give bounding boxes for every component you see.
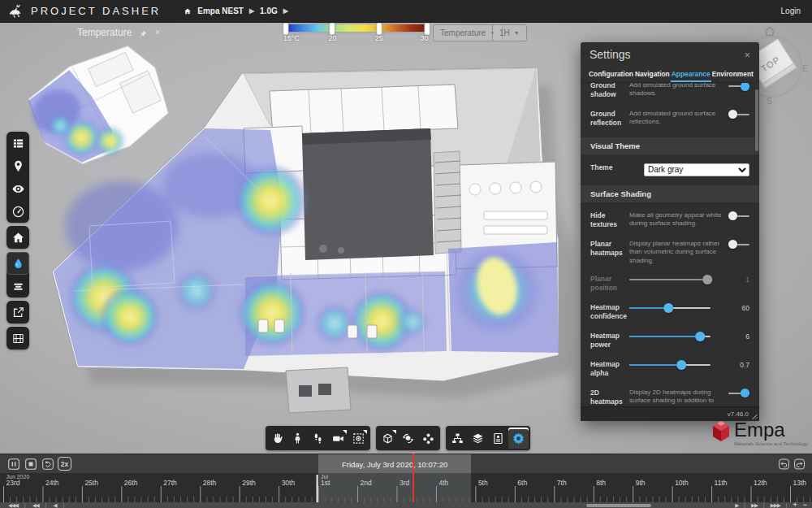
svg-text:24th: 24th (45, 479, 59, 487)
visibility-eye-button[interactable] (6, 177, 29, 200)
hide-textures-toggle[interactable] (728, 211, 749, 221)
2d-heatmap-overlay (19, 35, 181, 180)
data-list-button[interactable] (6, 132, 29, 154)
first-person-button[interactable] (287, 428, 308, 449)
heatmap-alpha-slider[interactable] (629, 360, 710, 370)
home-view-button[interactable] (6, 226, 29, 249)
pause-button[interactable] (6, 457, 20, 471)
storyboard-film-button[interactable] (6, 327, 29, 350)
planar-position-value: 1 (730, 276, 749, 284)
zoom-in-button[interactable]: + (793, 502, 797, 508)
heatmap-alpha-value: 0.7 (730, 361, 749, 369)
location-pin-button[interactable] (6, 154, 29, 177)
properties-panel-button[interactable] (488, 428, 508, 449)
breadcrumb-root[interactable]: Empa NEST (197, 7, 244, 15)
breadcrumb-level[interactable]: 1.0G (260, 7, 278, 15)
ground-shadow-toggle[interactable] (728, 83, 749, 91)
toolbar-group (6, 252, 29, 297)
model-hierarchy-button[interactable] (447, 428, 468, 449)
3d-viewport[interactable]: Temperature × 15°C 20 25 30 Temperatu (0, 23, 812, 454)
setting-control (728, 83, 749, 91)
theme-select[interactable]: Dark gray (644, 163, 749, 176)
dashboard-gauge-button[interactable] (6, 200, 29, 223)
spaces-pods-button[interactable] (418, 428, 438, 449)
storyboard-film-icon (11, 332, 25, 345)
setting-control: 60 (629, 303, 749, 313)
svg-text:12th: 12th (754, 479, 767, 487)
tab-environment[interactable]: Environment (711, 68, 754, 82)
current-time-display[interactable]: Friday, July 3rd 2020, 10:07:20 (318, 454, 471, 474)
walk-footprints-button[interactable] (308, 428, 328, 449)
loop-button[interactable] (41, 457, 54, 471)
close-overlay-icon[interactable]: × (154, 28, 160, 37)
share-export-button[interactable] (6, 301, 29, 323)
settings-gear-button[interactable] (508, 428, 529, 449)
scale-handle-min[interactable] (283, 23, 289, 35)
planar-position-slider[interactable] (629, 275, 710, 284)
timeline-ticks[interactable]: 23rd24th25th26th27th28th29th30th1st2nd3r… (0, 473, 812, 502)
breadcrumb: Empa NEST ▶ 1.0G ▶ (184, 7, 288, 15)
interval-dropdown-value: 1H (499, 28, 510, 37)
scrollbar-thumb[interactable] (755, 89, 758, 151)
skip-forward-3[interactable]: ▶▶▶ (771, 502, 780, 508)
settings-footer: v7.46.0 (581, 406, 759, 421)
setting-control: 0.7 (629, 360, 749, 370)
setting-description: Add simulated ground surface shadows. (629, 83, 728, 98)
pin-icon[interactable] (138, 28, 148, 37)
home-icon (184, 7, 192, 15)
svg-text:30th: 30th (282, 479, 296, 487)
scale-handle-25[interactable] (376, 23, 382, 35)
layers-stack-button[interactable] (468, 428, 488, 449)
settings-panel: Settings × ConfigurationNavigationAppear… (581, 42, 759, 421)
2d-heatmaps-toggle[interactable] (728, 389, 749, 398)
scale-handle-max[interactable] (425, 23, 430, 35)
timeline-scrollbar[interactable] (586, 504, 651, 507)
skip-back-1[interactable]: ◀◀◀ (8, 502, 18, 508)
login-link[interactable]: Login (781, 7, 801, 15)
heatmap-confidence-value: 60 (730, 304, 749, 312)
zoom-marquee-button[interactable] (348, 428, 369, 449)
free-orbit-button[interactable] (398, 428, 418, 449)
toolbar-group (266, 426, 370, 450)
skip-forward-1[interactable]: ▶ (735, 502, 738, 508)
planar-heatmaps-toggle[interactable] (728, 240, 749, 250)
svg-text:28th: 28th (203, 479, 217, 487)
skip-back-3[interactable]: ◀ (53, 502, 56, 508)
setting-label: Ground shadow (590, 83, 629, 100)
zoom-out-button[interactable]: − (803, 502, 807, 508)
setting-row-hide-textures: Hide texturesMake all geometry appear wh… (581, 206, 759, 235)
tab-configuration[interactable]: Configuration (588, 68, 634, 82)
setting-row-theme: ThemeDark gray (581, 158, 759, 181)
setting-label: Heatmap confidence (590, 303, 629, 322)
scale-handle-20[interactable] (330, 23, 335, 35)
tab-navigation[interactable]: Navigation (634, 68, 671, 82)
tab-appearance[interactable]: Appearance (671, 68, 711, 82)
ground-reflection-toggle[interactable] (728, 110, 749, 119)
setting-row-planar-position: Planar position1 (581, 270, 759, 298)
location-pin-icon (11, 159, 25, 173)
playhead[interactable] (412, 454, 414, 502)
close-icon[interactable]: × (744, 49, 750, 61)
heatmap-confidence-slider[interactable] (629, 303, 710, 313)
pan-hand-button[interactable] (267, 428, 287, 449)
skip-forward-2[interactable]: ▶▶ (751, 502, 758, 508)
camera-flyover-button[interactable] (328, 428, 348, 449)
setting-control (728, 110, 749, 119)
undo-icon[interactable] (778, 458, 790, 470)
settings-section-visual-theme: Visual Theme (581, 137, 759, 154)
setting-control: Dark gray (644, 163, 749, 176)
surface-levels-button[interactable] (6, 275, 29, 297)
orbit-box-icon (381, 432, 395, 445)
speed-button[interactable]: 2x (58, 457, 71, 471)
compass-e: E (802, 64, 808, 73)
interval-dropdown[interactable]: 1H ▼ (492, 24, 527, 41)
redo-icon[interactable] (793, 458, 806, 470)
setting-label: Hide textures (590, 211, 629, 230)
skip-back-2[interactable]: ◀◀ (32, 502, 39, 508)
water-drop-button[interactable] (6, 252, 29, 275)
stop-button[interactable] (24, 457, 37, 471)
heatmap-power-slider[interactable] (629, 332, 710, 341)
orbit-box-button[interactable] (378, 428, 398, 449)
svg-text:9th: 9th (636, 479, 646, 487)
scale-tick: 25 (375, 34, 383, 42)
